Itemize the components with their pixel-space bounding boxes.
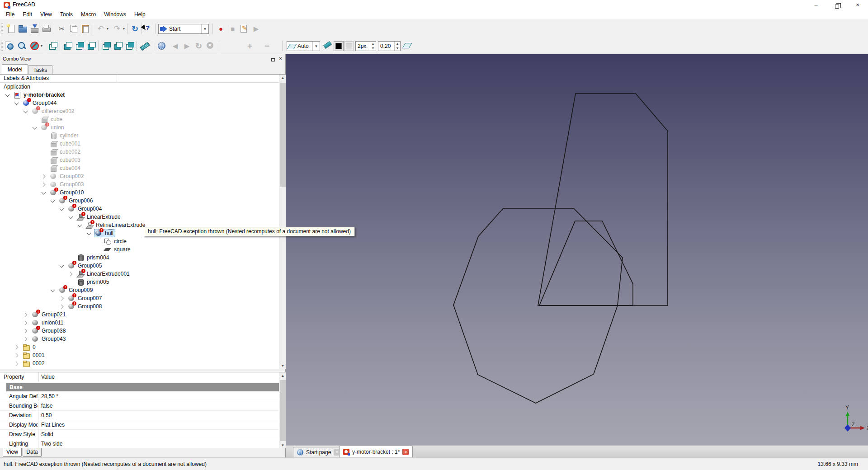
property-scrollbar[interactable]: ▲ ▼ xyxy=(279,372,286,448)
tree-item-Group009[interactable]: !Group009 xyxy=(0,286,279,294)
draw-style-button[interactable] xyxy=(29,40,40,52)
scroll-up-icon[interactable]: ▲ xyxy=(279,75,286,81)
draw-style-dropdown-arrow[interactable]: ▾ xyxy=(39,44,44,48)
scroll-up-icon[interactable]: ▲ xyxy=(279,372,286,379)
appearance-button[interactable] xyxy=(402,40,414,52)
tree-scrollbar-thumb[interactable] xyxy=(280,83,286,187)
workbench-dropdown-arrow[interactable]: ▼ xyxy=(201,24,208,33)
tree-item-cube003[interactable]: cube003 xyxy=(0,156,279,164)
tree-item-square[interactable]: square xyxy=(0,245,279,254)
refresh-button[interactable]: ↻ xyxy=(129,23,141,34)
property-value[interactable]: 0,50 xyxy=(41,412,52,418)
tab-view[interactable]: View xyxy=(3,448,22,457)
paste-button[interactable] xyxy=(80,23,91,34)
tree-item-Group021[interactable]: !Group021 xyxy=(0,310,279,319)
zoom-out-button[interactable]: − xyxy=(261,40,273,52)
tree-item-Group044[interactable]: !Group044 xyxy=(0,99,279,107)
measure-button[interactable] xyxy=(139,40,151,52)
apply-style-button[interactable] xyxy=(322,40,333,52)
spin-up-icon[interactable]: ▲ xyxy=(395,42,400,46)
undo-dropdown-arrow[interactable]: ▾ xyxy=(105,27,110,31)
menu-windows[interactable]: Windows xyxy=(100,10,130,19)
tree-item-0[interactable]: 0 xyxy=(0,343,279,351)
panel-close-button[interactable]: × xyxy=(277,56,284,62)
chevron-down-icon[interactable] xyxy=(59,206,67,212)
toolbar-handle[interactable] xyxy=(1,41,3,52)
property-scrollbar-thumb[interactable] xyxy=(280,380,286,441)
tree-header[interactable]: Labels & Attributes xyxy=(0,75,279,83)
property-row-display-mode[interactable]: Display ModeFlat Lines xyxy=(0,420,279,430)
undo-button[interactable]: ↶ xyxy=(95,23,106,34)
close-tab-icon[interactable]: × xyxy=(402,449,409,455)
chevron-right-icon[interactable] xyxy=(14,344,22,350)
tree-item-Group038[interactable]: !Group038 xyxy=(0,327,279,335)
spin-down-icon[interactable]: ▼ xyxy=(370,46,376,51)
menu-help[interactable]: Help xyxy=(130,10,150,19)
property-header[interactable]: Property Value xyxy=(0,372,279,382)
tree-root-application[interactable]: Application xyxy=(4,83,30,91)
property-row-angular-def-[interactable]: Angular Def...28,50 ° xyxy=(0,392,279,401)
tab-data[interactable]: Data xyxy=(23,448,42,457)
tree-item-cube001[interactable]: cube001 xyxy=(0,140,279,148)
open-button[interactable] xyxy=(17,23,28,34)
workbench-selector[interactable]: Start ▼ xyxy=(158,24,209,34)
view-right-button[interactable] xyxy=(86,40,97,52)
chevron-right-icon[interactable] xyxy=(41,182,49,187)
tree-item-Group006[interactable]: !Group006 xyxy=(0,197,279,205)
property-value[interactable]: 28,50 ° xyxy=(41,393,58,400)
tab-tasks[interactable]: Tasks xyxy=(28,65,52,74)
tree-item-prism005[interactable]: prism005 xyxy=(0,278,279,286)
minimize-button[interactable]: – xyxy=(806,0,826,10)
page-stop-button[interactable] xyxy=(205,40,216,52)
tab-start-page[interactable]: Start page × xyxy=(293,447,344,458)
chevron-down-icon[interactable] xyxy=(50,287,58,293)
save-button[interactable] xyxy=(29,23,40,34)
tree-item-Group002[interactable]: Group002 xyxy=(0,172,279,180)
line-width-spin-arrows[interactable]: ▲▼ xyxy=(370,42,376,51)
macro-edit-button[interactable] xyxy=(239,23,250,34)
chevron-right-icon[interactable] xyxy=(23,312,31,317)
tree-item-Group003[interactable]: Group003 xyxy=(0,180,279,188)
scroll-down-icon[interactable]: ▼ xyxy=(279,442,286,448)
face-color-button[interactable] xyxy=(344,41,354,51)
zoom-in-button[interactable]: + xyxy=(244,40,255,52)
property-header-divider[interactable] xyxy=(38,372,39,382)
new-document-button[interactable] xyxy=(5,23,17,34)
view-bottom-button[interactable] xyxy=(113,40,124,52)
menu-file[interactable]: File xyxy=(2,10,19,19)
chevron-right-icon[interactable] xyxy=(68,271,76,277)
property-value[interactable]: Solid xyxy=(41,431,53,437)
view-left-button[interactable] xyxy=(124,40,136,52)
tree-item-Group010[interactable]: !Group010 xyxy=(0,188,279,197)
tree-item-cube002[interactable]: cube002 xyxy=(0,148,279,156)
tree-item-Group005[interactable]: !Group005 xyxy=(0,262,279,270)
chevron-down-icon[interactable] xyxy=(32,125,40,130)
chevron-right-icon[interactable] xyxy=(14,352,22,358)
spin-up-icon[interactable]: ▲ xyxy=(370,42,376,46)
tree-item-0001[interactable]: 0001 xyxy=(0,351,279,359)
macro-play-button[interactable]: ▶ xyxy=(250,23,262,34)
chevron-down-icon[interactable] xyxy=(59,263,67,268)
view-rear-button[interactable] xyxy=(101,40,112,52)
line-width-spinbox[interactable]: 2px ▲▼ xyxy=(355,41,376,51)
selection-style-selector[interactable]: Auto ▼ xyxy=(287,41,320,51)
selection-style-dropdown-arrow[interactable]: ▼ xyxy=(312,42,320,51)
menu-view[interactable]: View xyxy=(36,10,56,19)
point-size-spin-arrows[interactable]: ▲▼ xyxy=(394,42,400,51)
property-value[interactable]: Flat Lines xyxy=(41,422,65,428)
chevron-right-icon[interactable] xyxy=(23,336,31,342)
restore-button[interactable] xyxy=(826,0,847,10)
menu-macro[interactable]: Macro xyxy=(77,10,100,19)
chevron-down-icon[interactable] xyxy=(41,190,49,195)
tree-item-Group004[interactable]: !Group004 xyxy=(0,205,279,213)
chevron-right-icon[interactable] xyxy=(59,304,67,309)
close-button[interactable]: × xyxy=(847,0,868,10)
tree-item-0002[interactable]: 0002 xyxy=(0,359,279,367)
tree-item-Group008[interactable]: !Group008 xyxy=(0,302,279,310)
nav-forward-button[interactable]: ▶ xyxy=(181,40,193,52)
tree-item-difference002[interactable]: !difference002 xyxy=(0,107,279,115)
tree-item-cube[interactable]: cube xyxy=(0,115,279,123)
property-row-draw-style[interactable]: Draw StyleSolid xyxy=(0,430,279,439)
toolbar-handle[interactable] xyxy=(1,24,3,34)
tree-item-Group007[interactable]: !Group007 xyxy=(0,294,279,302)
